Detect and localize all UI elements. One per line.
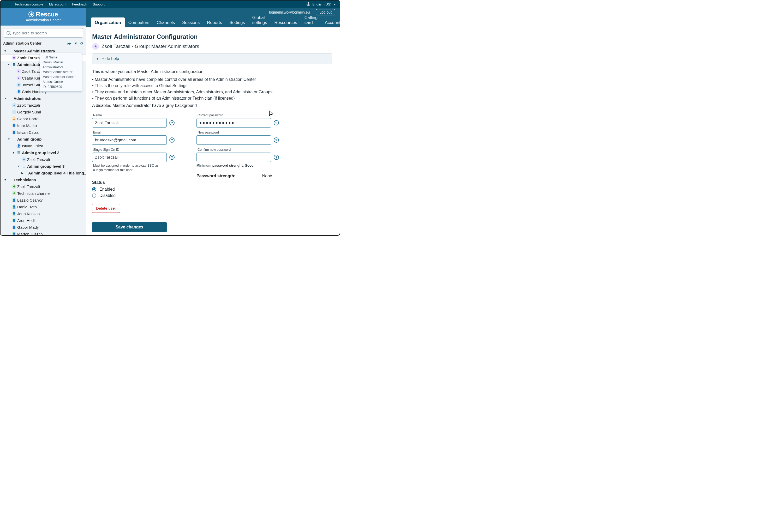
help-icon[interactable]: ? [169, 137, 175, 143]
tab-rescources[interactable]: Rescources [271, 18, 301, 27]
tab-settings[interactable]: Settings [226, 18, 249, 27]
tree-node-im[interactable]: 👤Imre Matko [1, 122, 86, 129]
twisty-icon: ▼ [17, 165, 20, 168]
help-bullet: They create and maintain other Master Ad… [92, 89, 332, 95]
tree-node-zt5[interactable]: ✚Zsolt Tarczali [1, 183, 86, 190]
tab-account[interactable]: Account [321, 18, 340, 27]
link-feedback[interactable]: Feedback [72, 2, 87, 6]
confirm-password-field[interactable] [196, 153, 271, 162]
help-toggle[interactable]: Hide help [93, 54, 332, 64]
tree-node-dt[interactable]: 👤Daniel Toth [1, 203, 86, 210]
node-label: Gabor Mady [17, 225, 39, 229]
tree-node-tech[interactable]: ▼Technicians [1, 176, 86, 183]
tab-channels[interactable]: Channels [153, 18, 179, 27]
page-title: Master Administrator Configuration [92, 33, 332, 41]
refresh-icon[interactable]: ⟳ [81, 41, 84, 45]
tooltip-line: Master Account Holder [43, 74, 79, 79]
node-icon: 👤 [12, 211, 17, 216]
status-enabled-label: Enabled [99, 187, 115, 192]
tree-title: Administration Center [3, 41, 42, 45]
tree-node-ag[interactable]: ▼☰Admin group [1, 136, 86, 142]
node-label: Daniel Toth [17, 205, 37, 209]
tree-node-zt3[interactable]: ★Zsolt Tarczali [1, 102, 86, 108]
tree-node-lc[interactable]: 👤Laszlo Csanky [1, 197, 86, 203]
node-label: Jeno Koszas [17, 211, 40, 216]
node-icon: ✚ [12, 184, 17, 189]
tab-reports[interactable]: Reports [203, 18, 226, 27]
expand-icon[interactable]: ▾ [75, 41, 77, 45]
tree-node-gs[interactable]: ☰Gergely Sumi [1, 108, 86, 115]
tree-node-ag3[interactable]: ▼☰Admin group level 3 [1, 163, 86, 170]
language-selector[interactable]: English (US) [306, 2, 336, 6]
tab-sessions[interactable]: Sessions [178, 18, 203, 27]
node-icon: 👤 [16, 143, 21, 148]
twisty-icon: ▼ [12, 151, 15, 154]
tab-global-settings[interactable]: Global settings [249, 13, 271, 27]
tree-node-ic2[interactable]: 👤Istvan Csiza [1, 142, 86, 149]
node-icon: ✚ [12, 191, 17, 196]
link-tech-console[interactable]: Technician console [15, 2, 43, 6]
help-bullet: This is the only role with access to Glo… [92, 83, 332, 89]
status-disabled-label: Disabled [99, 193, 115, 198]
chevron-down-icon [333, 4, 336, 6]
tab-computers[interactable]: Computers [125, 18, 153, 27]
node-label: Zsolt Tarczali [17, 56, 42, 60]
twisty-icon: ▼ [4, 97, 7, 100]
help-icon[interactable]: ? [169, 120, 175, 125]
node-icon: ☰ [12, 116, 17, 121]
node-icon: 👤 [12, 123, 17, 128]
brand-subtitle: Administration Center [26, 18, 61, 22]
twisty-icon: ▼ [4, 178, 7, 181]
help-icon[interactable]: ? [274, 155, 279, 160]
tree-node-ic[interactable]: 👤Istvan Csiza [1, 129, 86, 136]
node-icon: 👤 [12, 204, 17, 209]
node-icon: 👤 [12, 218, 17, 223]
new-password-field[interactable] [196, 135, 271, 145]
status-enabled-radio[interactable]: Enabled [92, 187, 181, 192]
tree-node-tc[interactable]: ✚Technician channel [1, 190, 86, 197]
node-icon: ☰ [21, 164, 27, 168]
tree-node-mj[interactable]: 👤Marton Jusztin [1, 230, 86, 235]
name-field[interactable] [92, 118, 167, 128]
tree-node-gm[interactable]: 👤Gabor Mady [1, 224, 86, 230]
node-label: Admin group level 2 [22, 151, 59, 155]
link-support[interactable]: Support [93, 2, 104, 6]
tree-node-ag2[interactable]: ▼☰Admin group level 2 [1, 149, 86, 156]
sso-label: Single Sign-On ID [93, 148, 181, 152]
node-label: Aron Hedl [17, 218, 35, 223]
main-tabs: OrganizationComputersChannelsSessionsRep… [87, 17, 340, 27]
tab-calling-card[interactable]: Calling card [301, 13, 321, 27]
node-icon: 👤 [12, 225, 17, 229]
node-label: Istvan Csiza [22, 144, 43, 148]
current-password-field[interactable] [196, 118, 271, 128]
collapse-icon[interactable]: ▸▸ [68, 41, 71, 45]
chevron-down-icon [96, 57, 99, 60]
status-disabled-radio[interactable]: Disabled [92, 193, 181, 198]
cursor-icon [268, 110, 274, 117]
delete-user-button[interactable]: Delete user [92, 204, 120, 213]
email-field[interactable] [92, 135, 167, 145]
tab-organization[interactable]: Organization [91, 18, 125, 27]
tree-node-gf[interactable]: ☰Gabor Forrai [1, 115, 86, 122]
node-label: Zsolt Tarczali [17, 103, 40, 107]
user-line: Zsolt Tarczali - Group: Master Administr… [101, 44, 199, 49]
tree-node-zt4[interactable]: ★Zsolt Tarczali [1, 156, 86, 163]
tree-node-jk[interactable]: 👤Jeno Koszas [1, 210, 86, 217]
save-button[interactable]: Save changes [92, 222, 167, 232]
twisty-icon: ▶ [21, 172, 24, 175]
tree-node-ag4[interactable]: ▶☰Admin group level 4 Title long... [1, 170, 86, 176]
tree-node-adm2[interactable]: ▼Administrators [1, 95, 86, 102]
tree-node-ah[interactable]: 👤Aron Hedl [1, 217, 86, 224]
link-my-account[interactable]: My account [49, 2, 66, 6]
twisty-icon: ▼ [7, 138, 10, 141]
name-label: Name [93, 113, 181, 117]
sso-hint: Must be assigned in order to activate SS… [93, 164, 161, 172]
search-input[interactable]: Type here to search [4, 28, 83, 38]
email-label: Email [93, 131, 181, 134]
help-icon[interactable]: ? [274, 120, 279, 125]
help-icon[interactable]: ? [274, 137, 279, 143]
language-label: English (US) [312, 2, 331, 6]
node-label: Gabor Forrai [17, 117, 39, 121]
help-icon[interactable]: ? [169, 155, 175, 160]
sso-field[interactable] [92, 153, 167, 162]
